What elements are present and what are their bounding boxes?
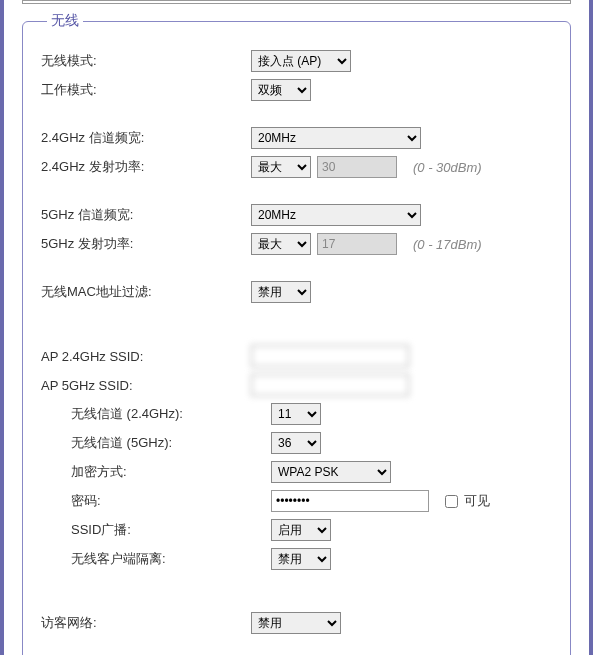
tx24-power-input[interactable] xyxy=(317,156,397,178)
top-divider xyxy=(22,0,571,4)
ssid24-label: AP 2.4GHz SSID: xyxy=(41,349,251,364)
password-input[interactable] xyxy=(271,490,429,512)
guest-label: 访客网络: xyxy=(41,614,251,632)
ch24-width-label: 2.4GHz 信道频宽: xyxy=(41,129,251,147)
password-visible-label: 可见 xyxy=(464,492,490,510)
fieldset-legend: 无线 xyxy=(47,12,83,30)
tx5-power-select[interactable]: 最大 xyxy=(251,233,311,255)
chan5-label: 无线信道 (5GHz): xyxy=(41,434,271,452)
tx24-power-select[interactable]: 最大 xyxy=(251,156,311,178)
ssid5-input[interactable] xyxy=(251,374,409,396)
wireless-mode-select[interactable]: 接入点 (AP) xyxy=(251,50,351,72)
tx5-power-input[interactable] xyxy=(317,233,397,255)
ch5-width-label: 5GHz 信道频宽: xyxy=(41,206,251,224)
isolation-label: 无线客户端隔离: xyxy=(41,550,271,568)
password-visible-checkbox[interactable] xyxy=(445,495,458,508)
work-mode-label: 工作模式: xyxy=(41,81,251,99)
tx5-power-hint: (0 - 17dBm) xyxy=(413,237,482,252)
ssid-bcast-label: SSID广播: xyxy=(41,521,271,539)
mac-filter-label: 无线MAC地址过滤: xyxy=(41,283,251,301)
ssid24-input[interactable] xyxy=(251,345,409,367)
ch5-width-select[interactable]: 20MHz xyxy=(251,204,421,226)
work-mode-select[interactable]: 双频 xyxy=(251,79,311,101)
password-label: 密码: xyxy=(41,492,271,510)
tx24-power-hint: (0 - 30dBm) xyxy=(413,160,482,175)
ssid-bcast-select[interactable]: 启用 xyxy=(271,519,331,541)
wireless-mode-label: 无线模式: xyxy=(41,52,251,70)
encryption-select[interactable]: WPA2 PSK xyxy=(271,461,391,483)
tx24-power-label: 2.4GHz 发射功率: xyxy=(41,158,251,176)
chan24-select[interactable]: 11 xyxy=(271,403,321,425)
chan24-label: 无线信道 (2.4GHz): xyxy=(41,405,271,423)
chan5-select[interactable]: 36 xyxy=(271,432,321,454)
wireless-fieldset: 无线 无线模式: 接入点 (AP) 工作模式: 双频 2.4GHz 信道频宽: … xyxy=(22,12,571,655)
tx5-power-label: 5GHz 发射功率: xyxy=(41,235,251,253)
guest-select[interactable]: 禁用 xyxy=(251,612,341,634)
isolation-select[interactable]: 禁用 xyxy=(271,548,331,570)
mac-filter-select[interactable]: 禁用 xyxy=(251,281,311,303)
ssid5-label: AP 5GHz SSID: xyxy=(41,378,251,393)
encryption-label: 加密方式: xyxy=(41,463,271,481)
ch24-width-select[interactable]: 20MHz xyxy=(251,127,421,149)
